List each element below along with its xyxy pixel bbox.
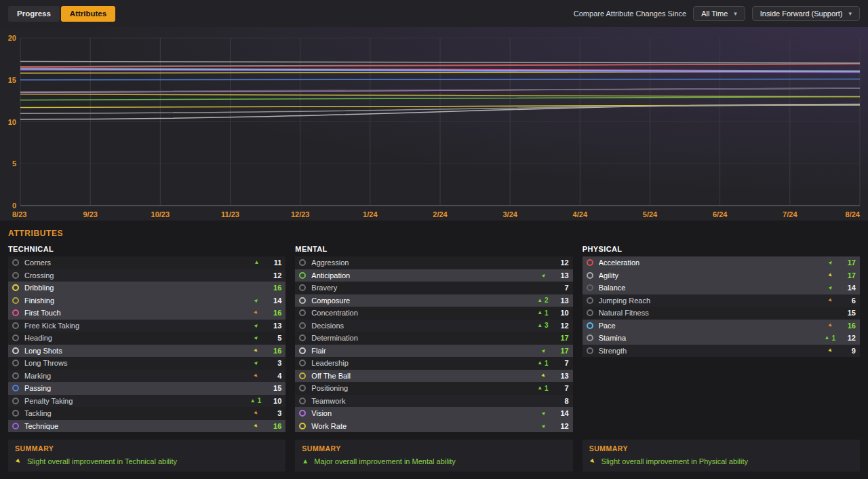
attribute-change: ▼ xyxy=(520,373,549,379)
attribute-row-long-throws[interactable]: Long Throws ▲ 3 xyxy=(8,357,285,370)
group-title: TECHNICAL xyxy=(8,245,285,253)
attribute-name: Corners xyxy=(24,258,233,267)
summary-trend-arrow-icon: ▼ xyxy=(588,457,597,466)
trend-arrow-icon: ▲ xyxy=(825,335,830,341)
svg-text:5/24: 5/24 xyxy=(643,210,658,218)
attribute-row-off-the-ball[interactable]: Off The Ball ▼ 13 xyxy=(295,370,572,383)
attribute-row-teamwork[interactable]: Teamwork 8 xyxy=(295,395,572,408)
attribute-name: Free Kick Taking xyxy=(24,322,233,330)
attribute-row-long-shots[interactable]: Long Shots ▼ 16 xyxy=(8,345,285,358)
attribute-value: 16 xyxy=(267,284,281,292)
attribute-row-finishing[interactable]: Finishing ▲ 14 xyxy=(8,294,285,307)
attribute-row-passing[interactable]: Passing 15 xyxy=(8,382,285,395)
attribute-name: Stamina xyxy=(599,334,807,342)
attribute-row-corners[interactable]: Corners ▲ 11 xyxy=(8,256,285,269)
attribute-row-acceleration[interactable]: Acceleration ▲ 17 xyxy=(583,256,860,269)
attribute-row-jumping-reach[interactable]: Jumping Reach ▼ 6 xyxy=(583,294,860,307)
trend-arrow-icon: ▼ xyxy=(253,372,260,379)
attribute-row-positioning[interactable]: Positioning ▲ 1 7 xyxy=(295,382,572,395)
tab-progress[interactable]: Progress xyxy=(8,6,60,22)
attribute-row-vision[interactable]: Vision ▲ 14 xyxy=(295,407,572,420)
attribute-change: ▲ xyxy=(520,273,549,278)
attribute-marker-icon xyxy=(299,284,306,291)
attribute-name: Concentration xyxy=(311,309,519,317)
attribute-row-stamina[interactable]: Stamina ▲ 1 12 xyxy=(583,332,860,345)
summary-line: ▲ Major overall improvement in Mental ab… xyxy=(302,457,566,465)
attribute-row-aggression[interactable]: Aggression 12 xyxy=(295,256,572,269)
attribute-row-bravery[interactable]: Bravery 7 xyxy=(295,282,572,294)
attribute-row-composure[interactable]: Composure ▲ 2 13 xyxy=(295,294,572,307)
attribute-name: Heading xyxy=(24,334,233,342)
attribute-value: 12 xyxy=(554,322,569,330)
attribute-row-leadership[interactable]: Leadership ▲ 1 7 xyxy=(295,357,572,370)
attribute-value: 3 xyxy=(267,409,281,417)
attribute-marker-icon xyxy=(299,360,306,366)
svg-text:5: 5 xyxy=(12,159,16,168)
attribute-name: Strength xyxy=(599,347,807,355)
change-amount: 1 xyxy=(545,385,549,392)
summary-box: SUMMARY ▲ Major overall improvement in M… xyxy=(295,440,572,472)
attribute-change: ▲ xyxy=(520,423,549,429)
attribute-value: 10 xyxy=(267,397,281,405)
attribute-marker-icon xyxy=(12,284,19,291)
attribute-marker-icon xyxy=(12,372,19,379)
timeframe-dropdown[interactable]: All Time ▾ xyxy=(693,6,745,21)
attribute-row-first-touch[interactable]: First Touch ▼ 16 xyxy=(8,307,285,320)
attribute-value: 7 xyxy=(554,384,569,392)
attribute-row-balance[interactable]: Balance ▲ 14 xyxy=(583,282,860,294)
attribute-group-technical: TECHNICAL Corners ▲ 11 Crossing 12 Dribb… xyxy=(8,245,285,472)
attribute-value: 13 xyxy=(554,271,569,280)
attribute-name: Dribbling xyxy=(24,284,233,292)
summary-trend-arrow-icon: ▲ xyxy=(302,458,309,465)
attribute-value: 7 xyxy=(554,359,569,367)
attribute-group-mental: MENTAL Aggression 12 Anticipation ▲ 13 B… xyxy=(295,245,572,472)
attribute-marker-icon xyxy=(587,272,593,279)
trend-arrow-icon: ▲ xyxy=(537,360,542,366)
attribute-value: 11 xyxy=(267,258,281,267)
attribute-name: Off The Ball xyxy=(311,372,519,380)
change-amount: 1 xyxy=(545,309,549,317)
attribute-row-heading[interactable]: Heading ▲ 5 xyxy=(8,332,285,345)
change-amount: 1 xyxy=(545,360,549,367)
svg-text:11/23: 11/23 xyxy=(221,210,239,218)
attribute-row-dribbling[interactable]: Dribbling 16 xyxy=(8,282,285,294)
attribute-change: ▲ 1 xyxy=(233,397,261,404)
attribute-change: ▼ xyxy=(233,373,261,379)
attribute-row-anticipation[interactable]: Anticipation ▲ 13 xyxy=(295,269,572,282)
attribute-row-crossing[interactable]: Crossing 12 xyxy=(8,269,285,282)
attribute-row-determination[interactable]: Determination 17 xyxy=(295,332,572,345)
attribute-row-agility[interactable]: Agility ▼ 17 xyxy=(583,269,860,282)
change-amount: 3 xyxy=(545,322,549,329)
role-dropdown-value: Inside Forward (Support) xyxy=(760,9,843,18)
attribute-marker-icon xyxy=(587,347,593,354)
attribute-row-strength[interactable]: Strength ▼ 9 xyxy=(583,345,860,358)
attribute-row-work-rate[interactable]: Work Rate ▲ 12 xyxy=(295,420,572,433)
attribute-value: 6 xyxy=(841,296,856,305)
attribute-row-tackling[interactable]: Tackling ▼ 3 xyxy=(8,407,285,420)
attribute-change: ▼ xyxy=(807,298,835,303)
svg-text:0: 0 xyxy=(12,202,16,210)
attribute-row-pace[interactable]: Pace ▼ 16 xyxy=(583,320,860,332)
attribute-name: Aggression xyxy=(311,258,519,267)
attribute-row-decisions[interactable]: Decisions ▲ 3 12 xyxy=(295,320,572,332)
trend-arrow-icon: ▲ xyxy=(537,323,542,328)
attribute-value: 9 xyxy=(841,347,856,355)
trend-arrow-icon: ▲ xyxy=(253,296,260,304)
attribute-name: Crossing xyxy=(24,271,233,280)
attribute-row-marking[interactable]: Marking ▼ 4 xyxy=(8,370,285,383)
role-dropdown[interactable]: Inside Forward (Support) ▾ xyxy=(752,6,860,21)
attribute-row-penalty-taking[interactable]: Penalty Taking ▲ 1 10 xyxy=(8,395,285,408)
attribute-marker-icon xyxy=(12,272,19,279)
attribute-name: Acceleration xyxy=(599,258,807,267)
attribute-value: 7 xyxy=(554,284,569,292)
attribute-name: Anticipation xyxy=(311,271,519,280)
attribute-value: 12 xyxy=(554,422,569,430)
tab-attributes[interactable]: Attributes xyxy=(61,6,115,22)
attribute-row-concentration[interactable]: Concentration ▲ 1 10 xyxy=(295,307,572,320)
attribute-marker-icon xyxy=(299,322,306,329)
attribute-row-technique[interactable]: Technique ▼ 16 xyxy=(8,420,285,433)
attribute-row-flair[interactable]: Flair ▲ 17 xyxy=(295,345,572,358)
attribute-row-natural-fitness[interactable]: Natural Fitness 15 xyxy=(583,307,860,320)
attribute-value: 12 xyxy=(841,334,856,342)
attribute-row-free-kick-taking[interactable]: Free Kick Taking ▲ 13 xyxy=(8,320,285,332)
